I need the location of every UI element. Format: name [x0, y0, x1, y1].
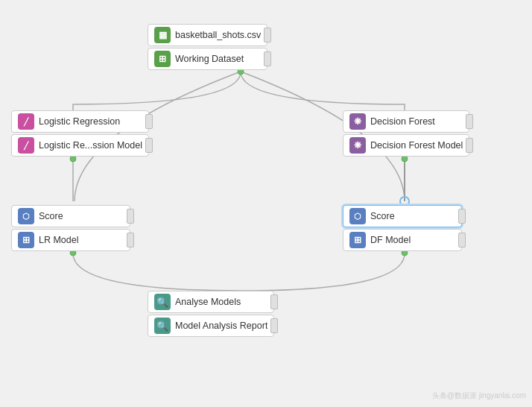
port-right-score-lr[interactable]	[127, 209, 134, 224]
score-df-label: Score	[370, 211, 455, 221]
score-lr-icon: ⬡	[18, 208, 34, 224]
df-model-label: Decision Forest Model	[370, 140, 463, 151]
working-dataset-label: Working Dataset	[175, 54, 261, 64]
port-right-analyse[interactable]	[270, 294, 278, 309]
port-right-df-model[interactable]	[466, 138, 473, 153]
df-model-icon: ❋	[349, 137, 366, 154]
lr-out-icon: ⊞	[18, 232, 34, 248]
port-right-lr-model[interactable]	[145, 138, 153, 153]
decision-forest-node[interactable]: ❋ Decision Forest	[343, 110, 469, 133]
lr-group: ╱ Logistic Regression ╱ Logistic Re...ss…	[11, 110, 149, 157]
port-right-df-out[interactable]	[458, 233, 466, 247]
lr-icon: ╱	[18, 113, 34, 130]
score-lr-node[interactable]: ⬡ Score	[11, 205, 130, 227]
lr-out-node[interactable]: ⊞ LR Model	[11, 229, 130, 251]
logistic-regression-node[interactable]: ╱ Logistic Regression	[11, 110, 149, 133]
datasource-group: ▦ basketball_shots.csv ⊞ Working Dataset	[148, 24, 267, 70]
port-right-lr[interactable]	[145, 114, 153, 129]
pipeline-canvas: ▦ basketball_shots.csv ⊞ Working Dataset…	[0, 0, 532, 407]
model-analysis-report-node[interactable]: 🔍 Model Analysis Report	[148, 315, 274, 337]
score-df-icon: ⬡	[349, 208, 366, 224]
report-label: Model Analysis Report	[175, 321, 267, 331]
analyse-icon: 🔍	[154, 294, 171, 310]
lr-model-label: Logistic Re...ssion Model	[39, 140, 142, 151]
port-right-df[interactable]	[466, 114, 473, 129]
lr-label: Logistic Regression	[39, 116, 142, 127]
analyse-models-node[interactable]: 🔍 Analyse Models	[148, 291, 274, 313]
df-out-label: DF Model	[370, 235, 455, 245]
df-group: ❋ Decision Forest ❋ Decision Forest Mode…	[343, 110, 469, 157]
analyse-group: 🔍 Analyse Models 🔍 Model Analysis Report	[148, 291, 274, 337]
port-right-report[interactable]	[270, 318, 278, 333]
analyse-label: Analyse Models	[175, 297, 267, 307]
port-right-2[interactable]	[264, 51, 271, 66]
table-icon: ▦	[154, 27, 171, 43]
dataset-icon: ⊞	[154, 51, 171, 67]
score-df-group: ⬡ Score ⊞ DF Model	[343, 205, 462, 251]
df-label: Decision Forest	[370, 116, 463, 127]
working-dataset-node[interactable]: ⊞ Working Dataset	[148, 48, 267, 70]
decision-forest-model-node[interactable]: ❋ Decision Forest Model	[343, 134, 469, 157]
port-right-score-df[interactable]	[458, 209, 466, 224]
svg-point-1	[70, 156, 76, 162]
port-right[interactable]	[264, 28, 271, 42]
lr-model-icon: ╱	[18, 137, 34, 154]
score-lr-label: Score	[39, 211, 124, 221]
score-df-node[interactable]: ⬡ Score	[343, 205, 462, 227]
svg-point-2	[402, 156, 408, 162]
datasource-label: basketball_shots.csv	[175, 30, 261, 40]
port-right-lr-out[interactable]	[127, 233, 134, 247]
datasource-node[interactable]: ▦ basketball_shots.csv	[148, 24, 267, 46]
lr-out-label: LR Model	[39, 235, 124, 245]
df-out-icon: ⊞	[349, 232, 366, 248]
watermark: 头条@数据派 jingyanlai.com	[432, 391, 526, 401]
report-icon: 🔍	[154, 318, 171, 334]
df-icon: ❋	[349, 113, 366, 130]
score-lr-group: ⬡ Score ⊞ LR Model	[11, 205, 130, 251]
df-out-node[interactable]: ⊞ DF Model	[343, 229, 462, 251]
lr-model-node[interactable]: ╱ Logistic Re...ssion Model	[11, 134, 149, 157]
